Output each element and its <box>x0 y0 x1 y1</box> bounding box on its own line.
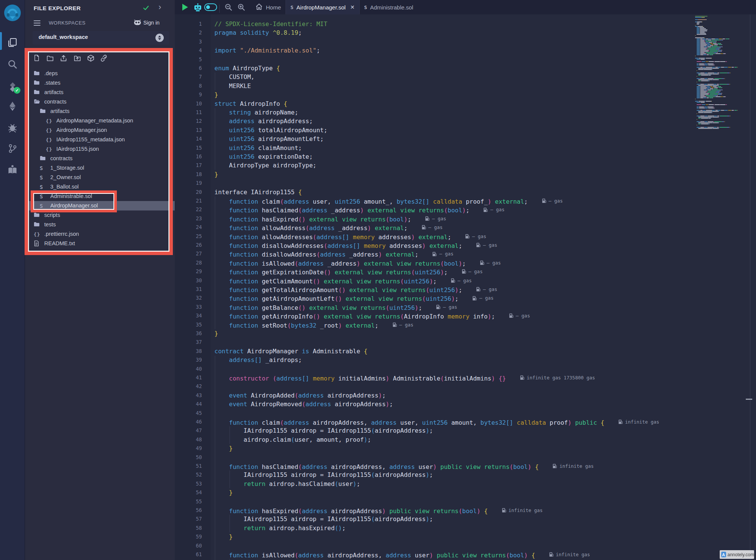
line-number[interactable]: 15 <box>175 145 202 151</box>
line-number[interactable]: 9 <box>175 91 202 97</box>
run-script-button[interactable] <box>179 0 191 14</box>
line-number[interactable]: 22 <box>175 206 202 212</box>
line-number[interactable]: 17 <box>175 162 202 168</box>
line-number[interactable]: 48 <box>175 436 202 442</box>
tree-item-AirdropManager_metadata.json[interactable]: {}AirdropManager_metadata.json <box>25 116 175 125</box>
tree-item-AirdropManager.json[interactable]: {}AirdropManager.json <box>25 125 175 135</box>
code-line-47[interactable]: IAirdrop1155 airdrop = IAirdrop1155(aird… <box>214 426 433 435</box>
code-line-12[interactable]: address airdropAddress; <box>214 117 313 125</box>
code-line-7[interactable]: CUSTOM, <box>214 73 255 81</box>
code-line-38[interactable]: contract AirdropManager is Administrable… <box>214 347 368 356</box>
code-editor[interactable]: 1234567891011121314151617181920212223242… <box>175 14 756 560</box>
minimap[interactable] <box>694 15 751 140</box>
code-line-35[interactable]: function setRoot(bytes32 _root) external… <box>214 320 413 330</box>
line-number[interactable]: 50 <box>175 454 202 460</box>
tree-item-contracts[interactable]: contracts <box>25 97 175 107</box>
line-number[interactable]: 38 <box>175 348 202 354</box>
code-line-24[interactable]: function allowAddress(address _address) … <box>214 223 442 233</box>
tree-item-clipped[interactable]: S <box>25 248 175 255</box>
line-number[interactable]: 30 <box>175 277 202 283</box>
code-line-28[interactable]: function isAllowed(address _address) ext… <box>214 258 501 268</box>
line-number[interactable]: 28 <box>175 260 202 266</box>
line-number[interactable]: 2 <box>175 29 202 36</box>
line-number[interactable]: 54 <box>175 489 202 495</box>
code-line-59[interactable]: } <box>214 532 233 541</box>
code-line-41[interactable]: constructor (address[] memory initialAdm… <box>214 373 595 383</box>
code-line-22[interactable]: function hasClaimed(address _address) ex… <box>214 205 505 215</box>
code-line-9[interactable]: } <box>214 90 218 99</box>
tree-item-IAirdrop1155_metadata.json[interactable]: {}IAirdrop1155_metadata.json <box>25 135 175 144</box>
line-number[interactable]: 34 <box>175 312 202 319</box>
line-number[interactable]: 7 <box>175 74 202 80</box>
line-number[interactable]: 32 <box>175 295 202 301</box>
code-line-53[interactable]: return airdrop.hasClaimed(user); <box>214 480 360 488</box>
line-number[interactable]: 26 <box>175 242 202 248</box>
line-number[interactable]: 60 <box>175 543 202 549</box>
code-line-23[interactable]: function hasExpired() external view retu… <box>214 214 446 224</box>
code-line-43[interactable]: event AirdropAdded(address airdropAddres… <box>214 391 386 400</box>
tree-item-README.txt[interactable]: README.txt <box>25 239 175 248</box>
code-line-34[interactable]: function getAirdropInfo() external view … <box>214 311 530 321</box>
line-number[interactable]: 36 <box>175 330 202 336</box>
line-number[interactable]: 39 <box>175 357 202 363</box>
line-number[interactable]: 59 <box>175 534 202 540</box>
code-line-29[interactable]: function getExpirationDate() external vi… <box>214 267 483 277</box>
code-line-52[interactable]: IAirdrop1155 airdrop = IAirdrop1155(aird… <box>214 470 433 479</box>
code-line-1[interactable]: // SPDX-License-Identifier: MIT <box>214 20 328 28</box>
code-line-4[interactable]: import "./Administrable.sol"; <box>214 46 320 55</box>
code-line-17[interactable]: AirdropType airdropType; <box>214 161 317 170</box>
code-line-36[interactable]: } <box>214 329 218 338</box>
line-number[interactable]: 40 <box>175 366 202 372</box>
tree-item-2_Owner.sol[interactable]: S2_Owner.sol <box>25 173 175 182</box>
line-number[interactable]: 18 <box>175 171 202 177</box>
line-number[interactable]: 37 <box>175 339 202 345</box>
line-number[interactable]: 51 <box>175 463 202 469</box>
tab-AirdropManager.sol[interactable]: SAirdropManager.sol✕ <box>286 0 359 14</box>
rail-item-deploy-and-run[interactable] <box>0 98 25 114</box>
rail-item-search[interactable] <box>0 56 25 73</box>
tree-item-tests[interactable]: tests <box>25 220 175 229</box>
line-number[interactable]: 41 <box>175 374 202 381</box>
line-number[interactable]: 31 <box>175 286 202 292</box>
line-number[interactable]: 42 <box>175 383 202 389</box>
tree-item-IAirdrop1155.json[interactable]: {}IAirdrop1155.json <box>25 144 175 154</box>
code-line-2[interactable]: pragma solidity ^0.8.19; <box>214 28 302 37</box>
code-line-51[interactable]: function hasClaimed(address airdropAddre… <box>214 462 594 472</box>
tree-item-.prettierrc.json[interactable]: {}.prettierrc.json <box>25 229 175 239</box>
line-number[interactable]: 47 <box>175 427 202 433</box>
code-line-11[interactable]: string airdropName; <box>214 108 298 117</box>
remix-logo-icon[interactable] <box>4 4 21 22</box>
line-number[interactable]: 23 <box>175 215 202 221</box>
code-line-49[interactable]: } <box>214 444 233 453</box>
close-tab-icon[interactable]: ✕ <box>350 5 355 10</box>
tree-item-3_Ballot.sol[interactable]: S3_Ballot.sol <box>25 182 175 192</box>
line-number[interactable]: 46 <box>175 419 202 425</box>
line-number[interactable]: 57 <box>175 516 202 522</box>
code-line-8[interactable]: MERKLE <box>214 82 251 90</box>
line-number[interactable]: 56 <box>175 507 202 513</box>
line-number[interactable]: 33 <box>175 304 202 310</box>
rail-item-file-explorer[interactable] <box>0 34 25 51</box>
line-number[interactable]: 12 <box>175 118 202 124</box>
zoom-out-button[interactable] <box>222 0 235 14</box>
code-line-32[interactable]: function getAirdropAmountLeft() external… <box>214 294 494 303</box>
tab-Administrable.sol[interactable]: SAdministrable.sol <box>359 0 418 14</box>
line-number[interactable]: 55 <box>175 498 202 504</box>
code-line-31[interactable]: function getTotalAirdropAmount() externa… <box>214 285 497 295</box>
rail-item-git[interactable] <box>0 140 25 157</box>
line-number[interactable]: 58 <box>175 525 202 531</box>
line-number[interactable]: 35 <box>175 322 202 328</box>
code-line-39[interactable]: address[] _airdrops; <box>214 356 302 364</box>
remix-ai-button[interactable] <box>191 0 204 14</box>
tree-item-scripts[interactable]: scripts <box>25 210 175 220</box>
code-line-46[interactable]: function claim(address airdropAddress, a… <box>214 418 659 427</box>
line-number[interactable]: 1 <box>175 21 202 27</box>
line-number[interactable]: 24 <box>175 224 202 230</box>
line-number[interactable]: 3 <box>175 39 202 45</box>
tree-item-AirdropManager.sol[interactable]: SAirdropManager.sol <box>25 201 175 210</box>
line-number[interactable]: 19 <box>175 180 202 186</box>
rail-item-learneth[interactable] <box>0 161 25 178</box>
code-line-15[interactable]: uint256 claimAmount; <box>214 144 302 152</box>
code-line-25[interactable]: function allowAddresses(address[] memory… <box>214 232 486 242</box>
line-number[interactable]: 8 <box>175 83 202 89</box>
